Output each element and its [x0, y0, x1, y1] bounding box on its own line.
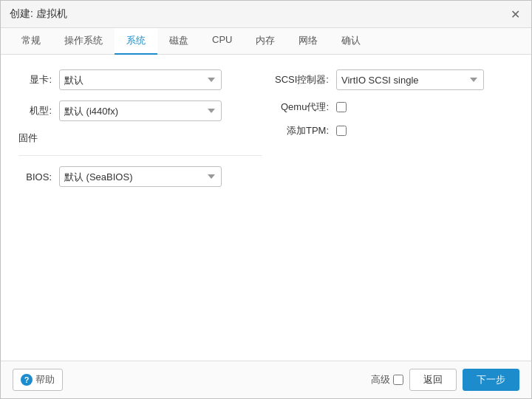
advanced-label: 高级: [371, 373, 390, 386]
right-column: SCSI控制器: VirtIO SCSI single Qemu代理: 添加TP…: [262, 69, 514, 197]
qemu-checkbox-wrapper: [336, 102, 347, 112]
tab-bar: 常规 操作系统 系统 磁盘 CPU 内存 网络 确认: [1, 28, 531, 55]
machine-select[interactable]: 默认 (i440fx): [59, 100, 222, 121]
tab-memory[interactable]: 内存: [244, 28, 287, 55]
help-button[interactable]: ? 帮助: [13, 369, 63, 391]
left-column: 显卡: 默认 机型: 默认 (i440fx) 固件 BIOS:: [18, 69, 262, 197]
create-vm-dialog: 创建: 虚拟机 ✕ 常规 操作系统 系统 磁盘 CPU 内存 网络 确认 显卡:…: [0, 0, 532, 399]
title-bar: 创建: 虚拟机 ✕: [1, 1, 531, 28]
tab-network[interactable]: 网络: [287, 28, 330, 55]
display-label: 显卡:: [18, 73, 59, 86]
scsi-row: SCSI控制器: VirtIO SCSI single: [270, 69, 514, 90]
qemu-label: Qemu代理:: [270, 100, 336, 114]
scsi-label: SCSI控制器:: [270, 73, 336, 86]
scsi-select[interactable]: VirtIO SCSI single: [336, 69, 484, 90]
bios-row: BIOS: 默认 (SeaBIOS): [18, 166, 262, 187]
qemu-checkbox[interactable]: [336, 102, 347, 112]
tpm-checkbox[interactable]: [336, 126, 347, 136]
help-label: 帮助: [35, 373, 55, 386]
form-content: 显卡: 默认 机型: 默认 (i440fx) 固件 BIOS:: [1, 55, 531, 361]
qemu-row: Qemu代理:: [270, 100, 514, 114]
display-row: 显卡: 默认: [18, 69, 262, 90]
machine-row: 机型: 默认 (i440fx): [18, 100, 262, 121]
firmware-section-title: 固件: [18, 132, 262, 145]
tab-system[interactable]: 系统: [115, 28, 157, 55]
tab-os[interactable]: 操作系统: [52, 28, 115, 55]
tpm-row: 添加TPM:: [270, 124, 514, 137]
tab-general[interactable]: 常规: [10, 28, 52, 55]
display-select[interactable]: 默认: [59, 69, 222, 90]
footer-right: 高级 返回 下一步: [371, 369, 519, 391]
form-columns: 显卡: 默认 机型: 默认 (i440fx) 固件 BIOS:: [18, 69, 514, 197]
bios-select[interactable]: 默认 (SeaBIOS): [59, 166, 222, 187]
tab-cpu[interactable]: CPU: [200, 28, 244, 55]
tpm-label: 添加TPM:: [270, 124, 336, 137]
next-button[interactable]: 下一步: [463, 369, 519, 391]
advanced-checkbox[interactable]: [393, 375, 403, 385]
help-icon: ?: [21, 374, 33, 386]
firmware-divider: [18, 155, 262, 156]
tab-disk[interactable]: 磁盘: [157, 28, 200, 55]
tpm-checkbox-wrapper: [336, 126, 347, 136]
dialog-title: 创建: 虚拟机: [10, 7, 67, 21]
close-button[interactable]: ✕: [508, 7, 522, 21]
footer: ? 帮助 高级 返回 下一步: [1, 361, 531, 398]
bios-label: BIOS:: [18, 171, 59, 183]
machine-label: 机型:: [18, 104, 59, 117]
footer-left: ? 帮助: [13, 369, 63, 391]
tab-confirm[interactable]: 确认: [330, 28, 372, 55]
advanced-area: 高级: [371, 373, 403, 386]
back-button[interactable]: 返回: [409, 369, 457, 391]
